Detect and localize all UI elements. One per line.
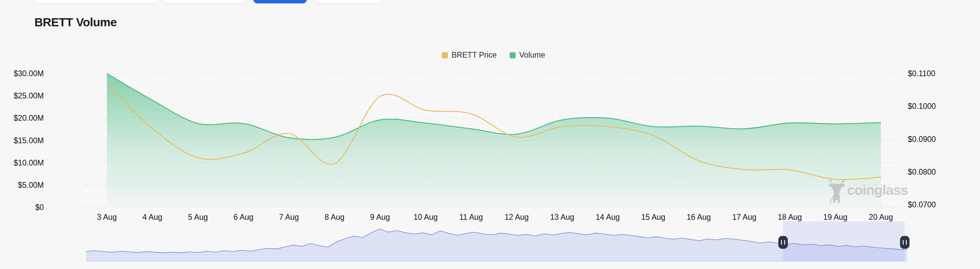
right-axis-tick: $0.1100 [908,69,935,78]
left-axis-tick: $25.00M [13,91,44,100]
x-axis-tick: 18 Aug [778,213,802,221]
x-axis-tick: 20 Aug [869,213,893,221]
left-axis-tick: $10.00M [13,158,44,167]
navigator-handle-right[interactable] [900,236,910,249]
right-axis-tick: $0.1000 [908,102,936,111]
x-axis-tick: 7 Aug [279,213,299,221]
x-axis-tick: 10 Aug [414,213,438,221]
right-axis-tick: $0.0700 [908,200,936,209]
right-axis-tick: $0.0800 [908,167,936,176]
page: BRETT Volume BRETT Price Volume $30.00M$… [0,0,980,269]
left-axis-tick: $20.00M [13,114,44,123]
x-axis-tick: 12 Aug [504,213,529,221]
brett-volume-chart: $30.00M$25.00M$20.00M$15.00M$10.00M$5.00… [0,0,980,269]
x-axis-labels: 3 Aug4 Aug5 Aug6 Aug7 Aug8 Aug9 Aug10 Au… [97,213,893,221]
x-axis-tick: 15 Aug [641,213,665,221]
x-axis-tick: 6 Aug [234,213,254,221]
x-axis-tick: 17 Aug [732,213,756,221]
x-axis-tick: 8 Aug [325,213,345,221]
left-axis-tick: $5.00M [18,181,44,189]
volume-area-series [107,73,881,207]
x-axis-tick: 13 Aug [550,213,574,221]
x-axis-tick: 19 Aug [823,213,848,221]
left-axis-labels: $30.00M$25.00M$20.00M$15.00M$10.00M$5.00… [13,69,44,212]
x-axis-tick: 3 Aug [97,213,117,221]
left-axis-tick: $30.00M [13,69,44,78]
left-axis-tick: $15.00M [13,136,44,145]
navigator-selection[interactable] [783,221,905,261]
x-axis-tick: 9 Aug [370,213,390,221]
right-axis-tick: $0.0900 [908,135,936,143]
navigator[interactable] [86,221,910,261]
left-axis-tick: $0 [35,203,44,212]
x-axis-tick: 16 Aug [687,213,711,221]
navigator-handle-left[interactable] [778,236,788,249]
x-axis-tick: 11 Aug [459,213,483,221]
x-axis-tick: 14 Aug [595,213,620,221]
x-axis-tick: 4 Aug [143,213,162,221]
x-axis-tick: 5 Aug [188,213,208,221]
watermark-text: coinglass [847,182,908,198]
right-axis-labels: $0.1100$0.1000$0.0900$0.0800$0.0700 [908,69,936,209]
